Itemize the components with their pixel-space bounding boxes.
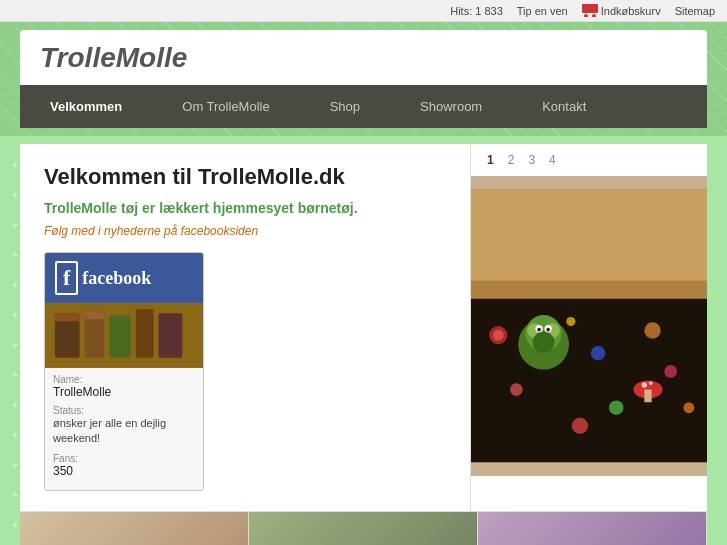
slide-num-2[interactable]: 2 [504, 152, 519, 168]
cart-icon [582, 4, 598, 17]
nav-link-om[interactable]: Om TrolleMolle [152, 85, 299, 128]
svg-point-22 [537, 328, 541, 332]
thumb-2[interactable] [249, 512, 478, 545]
cart-label: Indkøbskurv [601, 5, 661, 17]
facebook-widget[interactable]: f facebook [44, 252, 204, 491]
sitemap-link[interactable]: Sitemap [675, 5, 715, 17]
fb-name-value: TrolleMolle [53, 385, 195, 399]
svg-point-30 [664, 365, 677, 378]
fb-f-logo: f [55, 261, 78, 295]
slideshow-nav: 1 2 3 4 [471, 144, 707, 176]
nav-link-velkommen[interactable]: Velkommen [20, 85, 152, 128]
sitemap-label: Sitemap [675, 5, 715, 17]
nav-item-kontakt[interactable]: Kontakt [512, 85, 616, 128]
site-header: TrolleMolle [20, 30, 707, 85]
slide-photo [471, 176, 707, 476]
nav-bar: Velkommen Om TrolleMolle Shop Showroom K… [20, 85, 707, 128]
cart-link[interactable]: Indkøbskurv [582, 4, 661, 17]
page-title: Velkommen til TrolleMolle.dk [44, 164, 446, 190]
svg-point-31 [572, 418, 588, 434]
slide-num-4[interactable]: 4 [545, 152, 560, 168]
subtitle: TrolleMolle tøj er lækkert hjemmesyet bø… [44, 200, 446, 216]
svg-rect-13 [471, 281, 707, 299]
svg-point-26 [591, 346, 606, 361]
hits-label: Hits: [450, 5, 472, 17]
svg-point-37 [683, 402, 694, 413]
nav-link-shop[interactable]: Shop [300, 85, 390, 128]
main-area: Velkommen til TrolleMolle.dk TrolleMolle… [20, 144, 707, 511]
green-bg-area: TrolleMolle Velkommen Om TrolleMolle Sho… [0, 22, 727, 136]
top-bar: Hits: 1 833 Tip en ven Indkøbskurv Sitem… [0, 0, 727, 22]
fb-status-label: Status: [53, 405, 195, 416]
site-logo: TrolleMolle [40, 42, 187, 74]
svg-rect-8 [159, 313, 183, 357]
nav-item-om[interactable]: Om TrolleMolle [152, 85, 299, 128]
nav-item-showroom[interactable]: Showroom [390, 85, 512, 128]
thumb-1[interactable] [20, 512, 249, 545]
nav-item-shop[interactable]: Shop [300, 85, 390, 128]
svg-rect-6 [109, 315, 131, 357]
thumb-3[interactable] [478, 512, 707, 545]
svg-point-23 [546, 328, 550, 332]
nav-link-kontakt[interactable]: Kontakt [512, 85, 616, 128]
svg-point-34 [642, 382, 647, 387]
slide-num-3[interactable]: 3 [524, 152, 539, 168]
tip-friend-link[interactable]: Tip en ven [517, 5, 568, 17]
follow-text: Følg med i nyhederne på facebooksiden [44, 224, 446, 238]
fb-fans-label: Fans: [53, 453, 195, 464]
svg-point-19 [533, 331, 555, 353]
fb-logo-text: facebook [82, 268, 151, 289]
fb-header: f facebook [45, 253, 203, 303]
svg-rect-9 [55, 313, 80, 321]
svg-rect-7 [136, 309, 154, 357]
svg-rect-10 [85, 311, 105, 319]
svg-point-28 [510, 383, 523, 396]
hits-counter: Hits: 1 833 [450, 5, 503, 17]
fb-image-inner [45, 303, 203, 368]
svg-point-2 [592, 14, 596, 17]
svg-point-29 [609, 400, 624, 415]
svg-point-36 [566, 317, 575, 326]
slide-num-1[interactable]: 1 [483, 152, 498, 168]
fb-name-label: Name: [53, 374, 195, 385]
fb-status-text: ønsker jer alle en dejlig weekend! [53, 416, 195, 447]
svg-rect-0 [582, 4, 598, 13]
svg-rect-33 [644, 390, 651, 403]
svg-point-35 [649, 381, 653, 385]
fb-photo [45, 303, 203, 368]
nav-link-showroom[interactable]: Showroom [390, 85, 512, 128]
hits-value: 1 833 [475, 5, 503, 17]
tip-label: Tip en ven [517, 5, 568, 17]
right-content: 1 2 3 4 [470, 144, 707, 511]
fb-info: Name: TrolleMolle Status: ønsker jer all… [45, 368, 203, 490]
slide-image [471, 176, 707, 476]
left-content: Velkommen til TrolleMolle.dk TrolleMolle… [20, 144, 470, 511]
fb-fans-value: 350 [53, 464, 195, 478]
nav-item-velkommen[interactable]: Velkommen [20, 85, 152, 128]
svg-rect-14 [471, 299, 707, 462]
svg-point-25 [493, 330, 504, 341]
svg-point-27 [644, 322, 660, 338]
fb-image [45, 303, 203, 368]
svg-point-1 [584, 14, 588, 17]
bottom-thumbs [20, 511, 707, 545]
